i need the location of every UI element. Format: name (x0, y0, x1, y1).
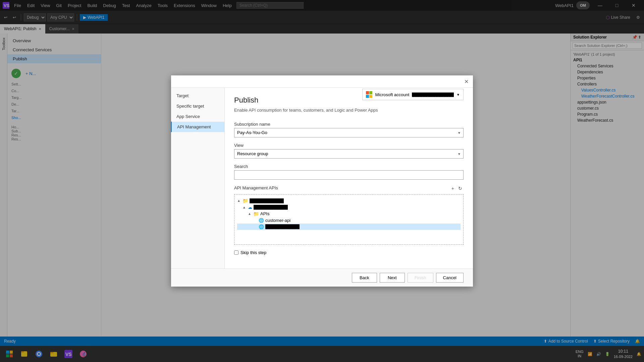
globe-icon-customer: 🌐 (259, 218, 264, 223)
dialog-main-content: Publish Enable API consumption for teams… (225, 88, 473, 268)
view-label: View (234, 143, 464, 148)
account-section: Microsoft account ████████████████ ▼ (362, 89, 464, 100)
view-select[interactable]: Resource group Location Resource type (234, 149, 464, 159)
folder-icon-apis: 📁 (253, 211, 259, 217)
tree-service-expand-icon: ▲ (243, 205, 247, 209)
skip-step-field: Skip this step (234, 250, 464, 255)
dialog-left-nav: Target Specific target App Service API M… (171, 88, 225, 268)
tree-root-label: ████████████ (250, 198, 284, 203)
account-box[interactable]: Microsoft account ████████████████ ▼ (362, 89, 464, 100)
skip-step-checkbox[interactable] (234, 250, 238, 255)
tree-second-api[interactable]: 🌐 ████████████ (237, 224, 461, 230)
tree-apis-folder[interactable]: ▲ 📁 APIs (237, 210, 461, 217)
subscription-field: Subscription name Pay-As-You-Go ▼ (234, 122, 464, 137)
section-actions: + ↻ (450, 185, 464, 192)
tree-apis-label: APIs (260, 211, 269, 216)
search-field: Search (234, 164, 464, 180)
folder-icon-root: 📁 (243, 198, 248, 203)
api-management-section-label: API Management APIs (234, 185, 278, 190)
next-button[interactable]: Next (380, 273, 405, 283)
dialog-body: Target Specific target App Service API M… (171, 88, 473, 268)
dialog-footer: Back Next Finish Cancel (171, 268, 473, 287)
tree-second-api-label: ████████████ (265, 224, 300, 229)
search-label: Search (234, 164, 464, 169)
finish-button[interactable]: Finish (408, 273, 433, 283)
cancel-button[interactable]: Cancel (436, 273, 464, 283)
account-label: Microsoft account (375, 92, 410, 97)
view-select-wrapper: Resource group Location Resource type ▼ (234, 149, 464, 159)
dialog-titlebar: ✕ (171, 75, 473, 88)
refresh-api-button[interactable]: ↻ (457, 185, 464, 192)
dialog-nav-target[interactable]: Target (171, 90, 224, 101)
api-tree-container: ▲ 📁 ████████████ ▲ ☁ ████████████ ▲ (234, 194, 464, 245)
skip-step-label: Skip this step (240, 250, 266, 255)
subscription-select[interactable]: Pay-As-You-Go (234, 128, 464, 137)
dialog-nav-specific-target[interactable]: Specific target (171, 101, 224, 111)
api-management-section: API Management APIs + ↻ ▲ 📁 ████████████ (234, 185, 464, 245)
dialog-close-button[interactable]: ✕ (462, 77, 470, 85)
back-button[interactable]: Back (352, 273, 377, 283)
modal-overlay: ✕ Microsoft account ████████████████ ▼ T… (0, 0, 644, 362)
tree-customer-api-label: customer-api (265, 218, 290, 223)
tree-second-expand-icon (253, 225, 257, 229)
tree-service-node[interactable]: ▲ ☁ ████████████ (237, 204, 461, 210)
service-icon: ☁ (248, 205, 252, 210)
tree-customer-expand-icon (253, 219, 257, 222)
microsoft-logo (366, 91, 373, 98)
tree-service-label: ████████████ (254, 205, 288, 209)
account-email: ████████████████ (412, 93, 454, 97)
account-dropdown-icon: ▼ (457, 93, 460, 97)
add-api-button[interactable]: + (450, 185, 455, 192)
subscription-label: Subscription name (234, 122, 464, 127)
tree-root-folder[interactable]: ▲ 📁 ████████████ (237, 197, 461, 204)
tree-expand-icon: ▲ (237, 199, 241, 202)
search-input[interactable] (234, 170, 464, 180)
tree-customer-api[interactable]: 🌐 customer-api (237, 217, 461, 224)
dialog-nav-api-management[interactable]: API Management (171, 122, 224, 132)
dialog-subtitle: Enable API consumption for teams, custom… (234, 107, 464, 113)
subscription-select-wrapper: Pay-As-You-Go ▼ (234, 128, 464, 137)
tree-apis-expand-icon: ▲ (248, 212, 252, 216)
globe-icon-second: 🌐 (259, 224, 264, 229)
dialog-nav-app-service[interactable]: App Service (171, 111, 224, 122)
view-field: View Resource group Location Resource ty… (234, 143, 464, 159)
publish-dialog: ✕ Microsoft account ████████████████ ▼ T… (171, 75, 473, 286)
